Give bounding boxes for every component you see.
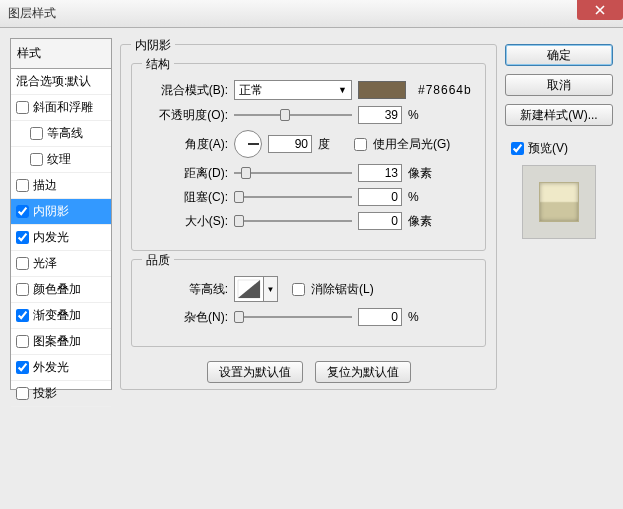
noise-input[interactable]	[358, 308, 402, 326]
new-style-button[interactable]: 新建样式(W)...	[505, 104, 613, 126]
style-item-label: 光泽	[33, 255, 57, 272]
angle-unit: 度	[318, 136, 348, 153]
size-slider[interactable]	[234, 213, 352, 229]
style-item-checkbox[interactable]	[16, 257, 29, 270]
style-item-checkbox[interactable]	[30, 127, 43, 140]
style-item-checkbox[interactable]	[16, 205, 29, 218]
styles-header: 样式	[10, 38, 112, 68]
style-item-checkbox[interactable]	[16, 101, 29, 114]
preview-thumbnail	[522, 165, 596, 239]
noise-slider[interactable]	[234, 309, 352, 325]
distance-input[interactable]	[358, 164, 402, 182]
distance-unit: 像素	[408, 165, 438, 182]
reset-default-button[interactable]: 复位为默认值	[315, 361, 411, 383]
style-item[interactable]: 描边	[11, 173, 111, 199]
blendmode-label: 混合模式(B):	[142, 82, 228, 99]
panel-title: 内阴影	[131, 37, 175, 54]
quality-legend: 品质	[142, 252, 174, 269]
style-item-label: 图案叠加	[33, 333, 81, 350]
ok-button[interactable]: 确定	[505, 44, 613, 66]
styles-list: 混合选项:默认 斜面和浮雕等高线纹理描边内阴影内发光光泽颜色叠加渐变叠加图案叠加…	[10, 68, 112, 390]
style-item-label: 纹理	[47, 151, 71, 168]
style-item[interactable]: 内阴影	[11, 199, 111, 225]
blending-options-row[interactable]: 混合选项:默认	[11, 69, 111, 95]
close-button[interactable]	[577, 0, 623, 20]
blendmode-select[interactable]: 正常 ▼	[234, 80, 352, 100]
choke-input[interactable]	[358, 188, 402, 206]
style-item-checkbox[interactable]	[16, 309, 29, 322]
titlebar: 图层样式	[0, 0, 623, 28]
color-hex: #78664b	[418, 83, 472, 97]
noise-unit: %	[408, 310, 438, 324]
structure-legend: 结构	[142, 56, 174, 73]
size-unit: 像素	[408, 213, 438, 230]
antialias-checkbox[interactable]	[292, 283, 305, 296]
style-item-checkbox[interactable]	[16, 179, 29, 192]
contour-label: 等高线:	[142, 281, 228, 298]
angle-label: 角度(A):	[142, 136, 228, 153]
opacity-unit: %	[408, 108, 438, 122]
style-item[interactable]: 斜面和浮雕	[11, 95, 111, 121]
choke-label: 阻塞(C):	[142, 189, 228, 206]
size-input[interactable]	[358, 212, 402, 230]
quality-fieldset: 品质 等高线: ▼ 消除锯齿(L) 杂色(N):	[131, 259, 486, 347]
close-icon	[595, 5, 605, 15]
styles-column: 样式 混合选项:默认 斜面和浮雕等高线纹理描边内阴影内发光光泽颜色叠加渐变叠加图…	[10, 38, 112, 499]
style-item-label: 内发光	[33, 229, 69, 246]
size-label: 大小(S):	[142, 213, 228, 230]
style-item-checkbox[interactable]	[30, 153, 43, 166]
contour-picker[interactable]	[234, 276, 264, 302]
make-default-button[interactable]: 设置为默认值	[207, 361, 303, 383]
style-item-checkbox[interactable]	[16, 283, 29, 296]
angle-input[interactable]	[268, 135, 312, 153]
noise-label: 杂色(N):	[142, 309, 228, 326]
inner-shadow-fieldset: 内阴影 结构 混合模式(B): 正常 ▼ #78664b 不透明度(O):	[120, 44, 497, 390]
blendmode-value: 正常	[239, 82, 263, 99]
style-item-checkbox[interactable]	[16, 231, 29, 244]
style-item[interactable]: 图案叠加	[11, 329, 111, 355]
style-item[interactable]: 纹理	[11, 147, 111, 173]
opacity-input[interactable]	[358, 106, 402, 124]
style-item[interactable]: 等高线	[11, 121, 111, 147]
settings-column: 内阴影 结构 混合模式(B): 正常 ▼ #78664b 不透明度(O):	[120, 38, 497, 499]
distance-slider[interactable]	[234, 165, 352, 181]
global-light-label: 使用全局光(G)	[373, 136, 450, 153]
style-item-checkbox[interactable]	[16, 361, 29, 374]
style-item[interactable]: 渐变叠加	[11, 303, 111, 329]
angle-dial[interactable]	[234, 130, 262, 158]
color-swatch[interactable]	[358, 81, 406, 99]
opacity-slider[interactable]	[234, 107, 352, 123]
style-item[interactable]: 投影	[11, 381, 111, 407]
contour-icon	[237, 279, 261, 299]
window-title: 图层样式	[8, 5, 56, 22]
style-item-label: 等高线	[47, 125, 83, 142]
distance-label: 距离(D):	[142, 165, 228, 182]
preview-checkbox[interactable]	[511, 142, 524, 155]
style-item-label: 颜色叠加	[33, 281, 81, 298]
style-item-checkbox[interactable]	[16, 387, 29, 400]
choke-unit: %	[408, 190, 438, 204]
style-item[interactable]: 内发光	[11, 225, 111, 251]
blending-options-label: 混合选项:默认	[16, 73, 91, 90]
cancel-button[interactable]: 取消	[505, 74, 613, 96]
style-item[interactable]: 光泽	[11, 251, 111, 277]
global-light-checkbox[interactable]	[354, 138, 367, 151]
style-item-label: 渐变叠加	[33, 307, 81, 324]
antialias-label: 消除锯齿(L)	[311, 281, 374, 298]
structure-fieldset: 结构 混合模式(B): 正常 ▼ #78664b 不透明度(O): %	[131, 63, 486, 251]
style-item-checkbox[interactable]	[16, 335, 29, 348]
style-item-label: 外发光	[33, 359, 69, 376]
style-item[interactable]: 颜色叠加	[11, 277, 111, 303]
style-item-label: 内阴影	[33, 203, 69, 220]
right-column: 确定 取消 新建样式(W)... 预览(V)	[505, 38, 613, 499]
chevron-down-icon: ▼	[338, 85, 347, 95]
style-item-label: 描边	[33, 177, 57, 194]
choke-slider[interactable]	[234, 189, 352, 205]
style-item-label: 斜面和浮雕	[33, 99, 93, 116]
preview-label: 预览(V)	[528, 140, 568, 157]
contour-dropdown[interactable]: ▼	[264, 276, 278, 302]
opacity-label: 不透明度(O):	[142, 107, 228, 124]
style-item-label: 投影	[33, 385, 57, 402]
style-item[interactable]: 外发光	[11, 355, 111, 381]
